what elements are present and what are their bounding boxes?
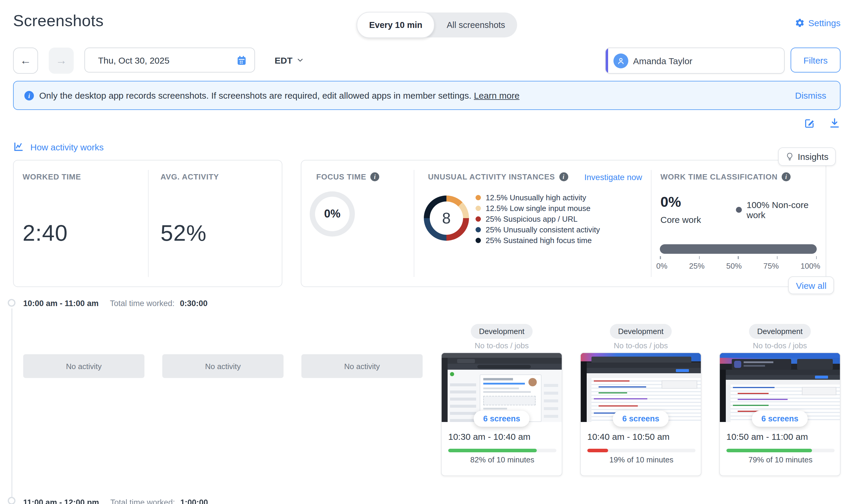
dismiss-button[interactable]: Dismiss <box>795 90 826 101</box>
interval-toggle: Every 10 min All screenshots <box>357 13 517 37</box>
date-value: Thu, Oct 30, 2025 <box>98 55 236 65</box>
date-picker[interactable]: Thu, Oct 30, 2025 <box>85 48 255 73</box>
screenshot-time-range: 10:40 am - 10:50 am <box>587 431 670 442</box>
classification-info-icon[interactable]: i <box>782 173 791 181</box>
worked-time-label: WORKED TIME <box>23 173 81 181</box>
timeline-marker <box>8 497 16 504</box>
filters-button[interactable]: Filters <box>791 48 840 73</box>
chevron-down-icon <box>297 56 304 64</box>
unusual-activity-legend: 12.5% Unusually high activity 12.5% Low … <box>475 192 600 246</box>
activity-percent-label: 82% of 10 minutes <box>442 455 563 464</box>
investigate-now-link[interactable]: Investigate now <box>584 173 642 182</box>
unusual-activity-donut: 8 <box>424 196 469 241</box>
todos-label: No to-dos / jobs <box>441 341 562 350</box>
hour-range: 10:00 am - 11:00 am <box>23 299 99 308</box>
legend-item: 25% Suspicious app / URL <box>475 213 600 224</box>
classification-ticks <box>660 256 817 259</box>
screenshot-card: 6 screens 10:30 am - 10:40 am 82% of 10 … <box>441 353 562 476</box>
edit-notes-button[interactable] <box>804 117 816 129</box>
screens-count-button[interactable]: 6 screens <box>613 411 669 427</box>
non-core-legend: 100% Non-core work <box>736 204 825 215</box>
info-icon: i <box>24 91 34 100</box>
worked-time-value: 2:40 <box>23 220 68 246</box>
insights-button[interactable]: Insights <box>778 147 835 166</box>
no-activity-slot: No activity <box>302 354 423 378</box>
banner-text: Only the desktop app records screenshots… <box>39 90 795 101</box>
toggle-every-10-min[interactable]: Every 10 min <box>357 12 435 38</box>
avg-activity-value: 52% <box>161 220 206 246</box>
activity-percent-label: 79% of 10 minutes <box>720 455 841 464</box>
page-title: Screenshots <box>13 12 104 30</box>
timezone-value: EDT <box>275 55 292 65</box>
member-accent-bar <box>606 48 608 73</box>
project-badge: Development <box>441 324 562 339</box>
focus-time-value: 0% <box>324 208 341 220</box>
project-badge: Development <box>719 324 840 339</box>
next-day-button[interactable]: → <box>49 48 74 74</box>
timeline-marker <box>8 299 16 307</box>
how-activity-works-label: How activity works <box>30 142 104 152</box>
todos-label: No to-dos / jobs <box>719 341 840 350</box>
legend-item: 25% Unusually consistent activity <box>475 224 600 235</box>
classification-bar <box>660 244 817 254</box>
no-activity-slot: No activity <box>162 354 284 378</box>
screenshot-card: 6 screens 10:50 am - 11:00 am 79% of 10 … <box>719 353 840 476</box>
legend-dot <box>475 205 481 211</box>
previous-day-button[interactable]: ← <box>13 48 38 74</box>
core-work-value: 0% <box>660 194 681 211</box>
activity-progress <box>726 449 835 452</box>
legend-dot <box>475 195 481 200</box>
gear-icon <box>795 18 805 28</box>
insights-label: Insights <box>798 151 828 162</box>
settings-link[interactable]: Settings <box>795 18 840 28</box>
screenshot-time-range: 10:30 am - 10:40 am <box>448 431 530 442</box>
todos-label: No to-dos / jobs <box>580 341 702 350</box>
timezone-selector[interactable]: EDT <box>275 48 304 73</box>
hour-row-header: 11:00 am - 12:00 pm Total time worked: 1… <box>23 498 208 504</box>
classification-label: WORK TIME CLASSIFICATIONi <box>660 173 791 181</box>
unusual-activity-count: 8 <box>442 209 451 227</box>
member-name: Amanda Taylor <box>633 56 692 66</box>
download-button[interactable] <box>829 117 840 129</box>
member-selector[interactable]: Amanda Taylor <box>605 48 785 74</box>
lightbulb-icon <box>785 152 794 161</box>
view-all-button[interactable]: View all <box>788 276 834 294</box>
settings-label: Settings <box>809 18 840 28</box>
screenshot-card: 6 screens 10:40 am - 10:50 am 19% of 10 … <box>580 353 702 476</box>
unusual-activity-info-icon[interactable]: i <box>559 173 568 181</box>
legend-dot <box>475 216 481 221</box>
unusual-activity-label: UNUSUAL ACTIVITY INSTANCESi <box>428 173 568 181</box>
timeline-line <box>11 308 12 497</box>
activity-chart-icon <box>13 141 24 152</box>
avg-activity-label: AVG. ACTIVITY <box>161 173 219 181</box>
avatar <box>614 53 628 68</box>
screens-count-button[interactable]: 6 screens <box>752 411 808 427</box>
legend-item: 12.5% Low single input mouse <box>475 203 600 213</box>
calendar-icon <box>236 54 247 66</box>
hour-range: 11:00 am - 12:00 pm <box>23 498 99 504</box>
activity-progress <box>587 449 695 452</box>
arrow-left-icon: ← <box>20 54 31 67</box>
how-activity-works-link[interactable]: How activity works <box>13 141 104 152</box>
toggle-all-screenshots[interactable]: All screenshots <box>435 13 517 37</box>
no-activity-slot: No activity <box>23 354 144 378</box>
legend-dot <box>475 237 481 243</box>
learn-more-link[interactable]: Learn more <box>474 90 519 101</box>
legend-item: 12.5% Unusually high activity <box>475 192 600 203</box>
classification-axis: 0%25%50%75%100% <box>656 262 820 270</box>
screenshots-page: Screenshots Every 10 min All screenshots… <box>0 0 853 504</box>
core-work-label: Core work <box>660 215 701 225</box>
activity-progress <box>448 449 556 452</box>
legend-dot <box>475 227 481 232</box>
arrow-right-icon: → <box>56 54 67 67</box>
focus-time-info-icon[interactable]: i <box>370 173 379 181</box>
screenshot-time-range: 10:50 am - 11:00 am <box>726 431 808 442</box>
legend-item: 25% Sustained high focus time <box>475 235 600 246</box>
focus-time-donut: 0% <box>310 192 355 236</box>
screens-count-button[interactable]: 6 screens <box>474 411 530 427</box>
project-badge: Development <box>580 324 702 339</box>
focus-time-label: FOCUS TIMEi <box>316 173 379 181</box>
activity-percent-label: 19% of 10 minutes <box>581 455 702 464</box>
hour-row-header: 10:00 am - 11:00 am Total time worked: 0… <box>23 299 207 308</box>
worked-time-card: WORKED TIME 2:40 AVG. ACTIVITY 52% <box>13 160 282 287</box>
